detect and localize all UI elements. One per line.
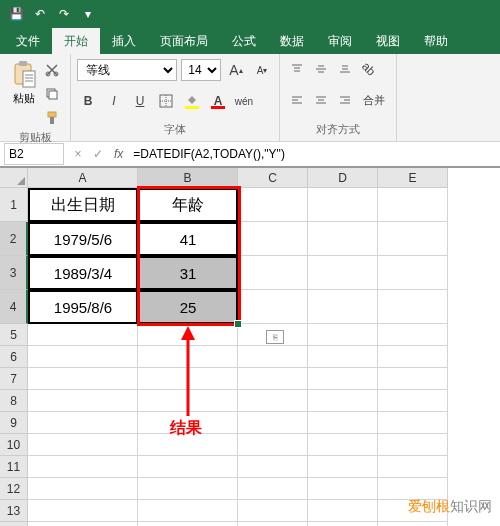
paste-button[interactable]: 粘贴 [6,58,42,108]
align-top-button[interactable] [286,58,308,80]
cell-A3[interactable]: 1989/3/4 [28,256,138,290]
cell-C13[interactable] [238,500,308,522]
cell-C6[interactable] [238,346,308,368]
cell-C1[interactable] [238,188,308,222]
row-header-10[interactable]: 10 [0,434,28,456]
cell-B2[interactable]: 41 [138,222,238,256]
col-header-D[interactable]: D [308,168,378,188]
cell-A1[interactable]: 出生日期 [28,188,138,222]
cell-A14[interactable] [28,522,138,526]
col-header-A[interactable]: A [28,168,138,188]
row-header-11[interactable]: 11 [0,456,28,478]
phonetic-button[interactable]: wén [233,90,255,112]
tab-6[interactable]: 审阅 [316,28,364,54]
cell-A4[interactable]: 1995/8/6 [28,290,138,324]
save-button[interactable]: 💾 [4,2,28,26]
cell-B11[interactable] [138,456,238,478]
cell-E1[interactable] [378,188,448,222]
cell-E8[interactable] [378,390,448,412]
cell-B3[interactable]: 31 [138,256,238,290]
bold-button[interactable]: B [77,90,99,112]
align-right-button[interactable] [334,89,356,111]
cell-A5[interactable] [28,324,138,346]
cut-button[interactable] [42,60,62,80]
cell-E6[interactable] [378,346,448,368]
tab-0[interactable]: 文件 [4,28,52,54]
cell-E11[interactable] [378,456,448,478]
cell-C9[interactable] [238,412,308,434]
cell-D3[interactable] [308,256,378,290]
cell-E7[interactable] [378,368,448,390]
cell-B10[interactable] [138,434,238,456]
font-color-button[interactable]: A [207,90,229,112]
cell-D13[interactable] [308,500,378,522]
tab-4[interactable]: 公式 [220,28,268,54]
cell-E14[interactable] [378,522,448,526]
align-bottom-button[interactable] [334,58,356,80]
cell-A8[interactable] [28,390,138,412]
underline-button[interactable]: U [129,90,151,112]
tab-1[interactable]: 开始 [52,28,100,54]
tab-2[interactable]: 插入 [100,28,148,54]
qat-dropdown[interactable]: ▾ [76,2,100,26]
cell-E9[interactable] [378,412,448,434]
formula-bar[interactable]: =DATEDIF(A2,TODAY(),"Y") [129,143,500,165]
cell-B1[interactable]: 年龄 [138,188,238,222]
cell-A10[interactable] [28,434,138,456]
undo-button[interactable]: ↶ [28,2,52,26]
cell-B9[interactable] [138,412,238,434]
align-center-button[interactable] [310,89,332,111]
fill-color-button[interactable] [181,90,203,112]
cell-C14[interactable] [238,522,308,526]
cell-A12[interactable] [28,478,138,500]
cell-A13[interactable] [28,500,138,522]
autofill-options-icon[interactable]: ⎘ [266,330,284,344]
grow-font-button[interactable]: A▴ [225,59,247,81]
cell-C3[interactable] [238,256,308,290]
align-middle-button[interactable] [310,58,332,80]
col-header-E[interactable]: E [378,168,448,188]
cell-B4[interactable]: 25 [138,290,238,324]
cell-D9[interactable] [308,412,378,434]
fill-handle[interactable] [234,320,242,328]
cell-C10[interactable] [238,434,308,456]
row-header-14[interactable]: 14 [0,522,28,526]
cell-A6[interactable] [28,346,138,368]
cell-A11[interactable] [28,456,138,478]
cell-B13[interactable] [138,500,238,522]
cell-D4[interactable] [308,290,378,324]
cell-E5[interactable] [378,324,448,346]
cell-C2[interactable] [238,222,308,256]
cell-D8[interactable] [308,390,378,412]
cell-B12[interactable] [138,478,238,500]
cell-C8[interactable] [238,390,308,412]
cell-B6[interactable] [138,346,238,368]
cell-C7[interactable] [238,368,308,390]
row-header-13[interactable]: 13 [0,500,28,522]
copy-button[interactable] [42,84,62,104]
orientation-button[interactable]: ab [358,58,380,80]
shrink-font-button[interactable]: A▾ [251,59,273,81]
borders-button[interactable] [155,90,177,112]
align-left-button[interactable] [286,89,308,111]
name-box[interactable]: B2 [4,143,64,165]
merge-button[interactable]: 合并 [358,89,390,111]
row-header-6[interactable]: 6 [0,346,28,368]
cell-D6[interactable] [308,346,378,368]
cell-C4[interactable] [238,290,308,324]
cell-B7[interactable] [138,368,238,390]
row-header-4[interactable]: 4 [0,290,28,324]
cell-C11[interactable] [238,456,308,478]
cell-B14[interactable] [138,522,238,526]
cell-D5[interactable] [308,324,378,346]
row-header-12[interactable]: 12 [0,478,28,500]
cell-D1[interactable] [308,188,378,222]
row-header-8[interactable]: 8 [0,390,28,412]
tab-3[interactable]: 页面布局 [148,28,220,54]
cell-D2[interactable] [308,222,378,256]
font-size-select[interactable]: 14 [181,59,221,81]
cell-E12[interactable] [378,478,448,500]
cell-E13[interactable] [378,500,448,522]
row-header-3[interactable]: 3 [0,256,28,290]
format-painter-button[interactable] [42,108,62,128]
